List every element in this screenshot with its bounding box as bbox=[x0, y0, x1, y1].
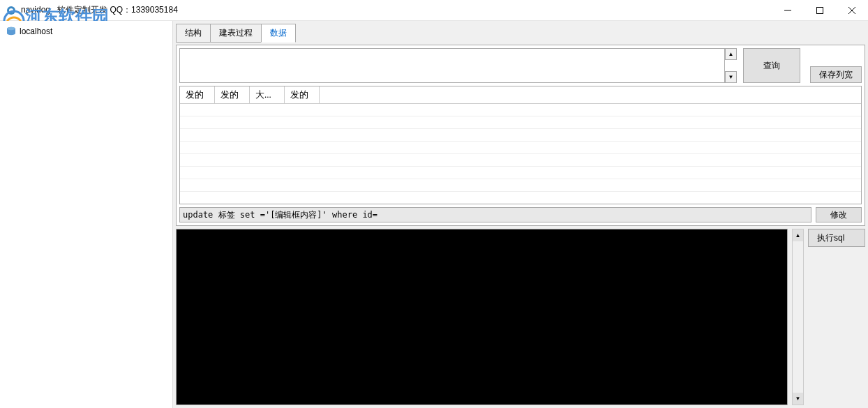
svg-point-2 bbox=[9, 8, 13, 13]
spinner-down-icon[interactable]: ▼ bbox=[725, 71, 737, 83]
scroll-down-icon[interactable]: ▼ bbox=[793, 393, 803, 405]
grid-header: 发的 发的 大... 发的 bbox=[180, 86, 861, 104]
tree-item-localhost[interactable]: localhost bbox=[6, 25, 167, 38]
scroll-up-icon[interactable]: ▲ bbox=[793, 229, 803, 241]
modify-button[interactable]: 修改 bbox=[816, 207, 862, 222]
table-row[interactable] bbox=[180, 154, 861, 167]
query-spinner: ▲ ▼ bbox=[725, 48, 738, 83]
maximize-button[interactable] bbox=[804, 0, 836, 21]
tab-data[interactable]: 数据 bbox=[261, 24, 296, 43]
sidebar: localhost bbox=[0, 21, 173, 408]
data-panel: ▲ ▼ 查询 保存列宽 发的 发的 大... 发的 bbox=[176, 45, 865, 226]
table-row[interactable] bbox=[180, 179, 861, 192]
tree-item-label: localhost bbox=[20, 27, 52, 36]
grid-col-3[interactable]: 发的 bbox=[285, 86, 320, 103]
update-sql-input[interactable] bbox=[179, 207, 811, 222]
console-output[interactable] bbox=[176, 229, 788, 405]
grid-col-0[interactable]: 发的 bbox=[180, 86, 215, 103]
query-button[interactable]: 查询 bbox=[743, 48, 800, 83]
data-grid[interactable]: 发的 发的 大... 发的 bbox=[179, 86, 862, 204]
tab-bar: 结构 建表过程 数据 bbox=[176, 24, 865, 43]
save-column-width-button[interactable]: 保存列宽 bbox=[810, 66, 862, 83]
titlebar: navidog 软件定制开发 QQ：1339035184 bbox=[0, 0, 868, 21]
tab-structure[interactable]: 结构 bbox=[176, 24, 211, 43]
table-row[interactable] bbox=[180, 142, 861, 154]
execute-sql-button[interactable]: 执行sql bbox=[808, 229, 865, 247]
grid-col-2[interactable]: 大... bbox=[250, 86, 285, 103]
svg-rect-4 bbox=[817, 7, 823, 13]
spinner-up-icon[interactable]: ▲ bbox=[725, 48, 737, 60]
table-row[interactable] bbox=[180, 167, 861, 179]
table-row[interactable] bbox=[180, 116, 861, 129]
minimize-button[interactable] bbox=[772, 0, 804, 21]
main-panel: 结构 建表过程 数据 ▲ ▼ 查询 保存列宽 发的 发的 大... 发的 bbox=[173, 21, 868, 408]
grid-col-1[interactable]: 发的 bbox=[215, 86, 250, 103]
svg-point-8 bbox=[7, 27, 15, 30]
app-title: navidog 软件定制开发 QQ：1339035184 bbox=[21, 4, 178, 16]
table-row[interactable] bbox=[180, 129, 861, 142]
close-button[interactable] bbox=[836, 0, 868, 21]
database-icon bbox=[6, 27, 17, 36]
tab-create-process[interactable]: 建表过程 bbox=[210, 24, 262, 43]
table-row[interactable] bbox=[180, 104, 861, 116]
console-scrollbar[interactable]: ▲ ▼ bbox=[792, 229, 804, 405]
query-input[interactable] bbox=[179, 48, 725, 83]
app-icon bbox=[6, 5, 17, 16]
